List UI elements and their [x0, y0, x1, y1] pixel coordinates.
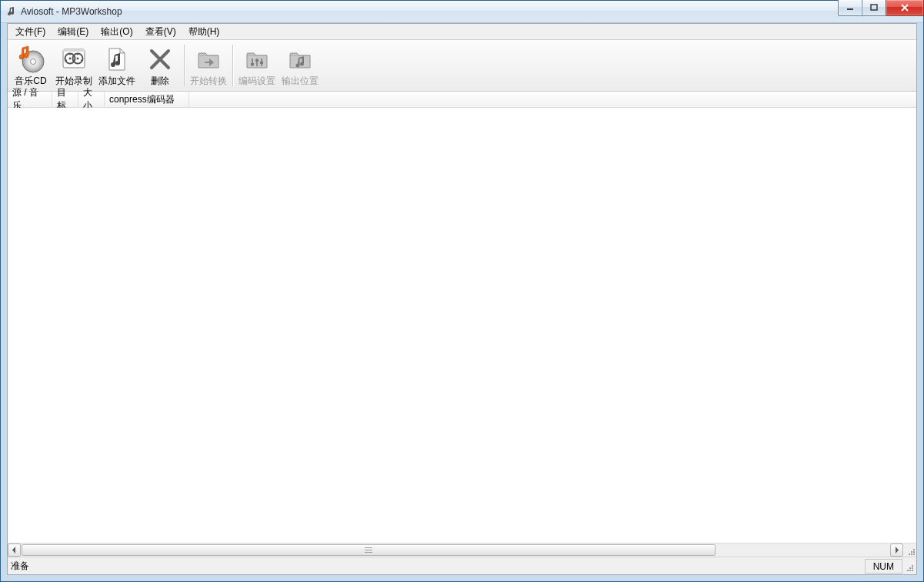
toolbar-separator	[184, 45, 185, 86]
menubar: 文件(F) 编辑(E) 输出(O) 查看(V) 帮助(H)	[8, 24, 916, 40]
toolbar-output-location[interactable]: 输出位置	[279, 41, 322, 90]
horizontal-scrollbar[interactable]	[8, 543, 916, 557]
toolbar-label: 音乐CD	[15, 75, 46, 88]
svg-rect-4	[63, 49, 85, 68]
size-grip[interactable]	[906, 564, 915, 573]
toolbar-add-file[interactable]: 添加文件	[95, 41, 138, 90]
svg-rect-25	[909, 554, 910, 555]
svg-point-13	[81, 60, 82, 62]
svg-rect-24	[913, 551, 915, 553]
svg-point-14	[73, 60, 75, 62]
app-window: Aviosoft - MP3Workshop 文件(F) 编辑(E) 输出(O)…	[0, 0, 924, 582]
svg-rect-23	[911, 551, 912, 553]
toolbar-label: 编码设置	[239, 75, 275, 88]
status-ready: 准备	[11, 560, 29, 573]
svg-point-3	[31, 59, 36, 65]
toolbar-start-record[interactable]: 开始录制	[52, 41, 95, 90]
svg-rect-31	[907, 570, 909, 571]
svg-rect-33	[912, 570, 913, 571]
svg-rect-20	[255, 59, 259, 62]
app-icon	[5, 5, 18, 18]
svg-rect-15	[63, 49, 85, 52]
column-size[interactable]: 大小	[78, 92, 105, 107]
toolbar-label: 删除	[151, 75, 169, 88]
column-source-music[interactable]: 源 / 音乐	[8, 92, 52, 107]
file-music-icon	[102, 44, 132, 75]
svg-rect-28	[912, 565, 913, 567]
toolbar: 音乐CD	[8, 40, 916, 92]
titlebar[interactable]: Aviosoft - MP3Workshop	[1, 1, 923, 23]
scroll-corner	[903, 544, 916, 557]
svg-point-7	[69, 58, 72, 60]
column-label: conpress编码器	[109, 93, 175, 106]
svg-point-8	[69, 54, 71, 55]
menu-edit[interactable]: 编辑(E)	[52, 24, 95, 40]
toolbar-start-convert[interactable]: 开始转换	[187, 41, 230, 90]
file-list[interactable]	[8, 108, 916, 543]
folder-music-icon	[285, 44, 315, 75]
svg-rect-27	[913, 554, 915, 555]
svg-point-10	[65, 60, 67, 62]
window-controls	[839, 0, 924, 16]
svg-rect-0	[847, 8, 853, 10]
scroll-right-button[interactable]	[890, 544, 903, 557]
column-target[interactable]: 目标	[52, 92, 78, 107]
menu-file[interactable]: 文件(F)	[9, 24, 52, 40]
client-area: 文件(F) 编辑(E) 输出(O) 查看(V) 帮助(H)	[7, 23, 917, 575]
toolbar-delete[interactable]: 删除	[138, 41, 182, 90]
svg-point-11	[77, 58, 79, 60]
toolbar-label: 开始录制	[55, 75, 92, 88]
cd-music-icon	[15, 44, 46, 75]
svg-rect-30	[912, 567, 913, 569]
toolbar-label: 添加文件	[98, 75, 135, 88]
toolbar-separator	[232, 45, 233, 86]
toolbar-music-cd[interactable]: 音乐CD	[9, 41, 52, 90]
svg-rect-21	[260, 62, 263, 64]
svg-rect-19	[251, 63, 254, 65]
reel-icon	[58, 44, 89, 75]
scroll-track[interactable]	[22, 544, 889, 557]
svg-point-12	[77, 54, 78, 55]
window-title: Aviosoft - MP3Workshop	[21, 6, 122, 17]
svg-rect-22	[913, 549, 915, 550]
menu-help[interactable]: 帮助(H)	[182, 24, 226, 40]
toolbar-label: 输出位置	[282, 75, 319, 88]
toolbar-label: 开始转换	[190, 75, 227, 88]
toolbar-encode-settings[interactable]: 编码设置	[235, 41, 279, 90]
svg-rect-32	[909, 570, 911, 571]
minimize-button[interactable]	[838, 0, 862, 16]
scroll-thumb[interactable]	[22, 544, 716, 556]
svg-rect-29	[909, 567, 911, 569]
menu-view[interactable]: 查看(V)	[139, 24, 182, 40]
maximize-button[interactable]	[862, 0, 886, 16]
column-encoder[interactable]: conpress编码器	[105, 92, 189, 107]
status-numlock: NUM	[865, 559, 902, 574]
folder-equalizer-icon	[242, 44, 272, 75]
status-numlock-label: NUM	[873, 561, 894, 572]
list-column-header: 源 / 音乐 目标 大小 conpress编码器	[8, 92, 916, 108]
menu-output[interactable]: 输出(O)	[95, 24, 138, 40]
folder-convert-icon	[193, 44, 224, 75]
svg-rect-1	[871, 5, 877, 10]
svg-rect-26	[911, 554, 912, 555]
close-button[interactable]	[886, 0, 924, 16]
scroll-left-button[interactable]	[8, 544, 21, 557]
delete-x-icon	[145, 44, 175, 75]
statusbar: 准备 NUM	[8, 557, 916, 574]
